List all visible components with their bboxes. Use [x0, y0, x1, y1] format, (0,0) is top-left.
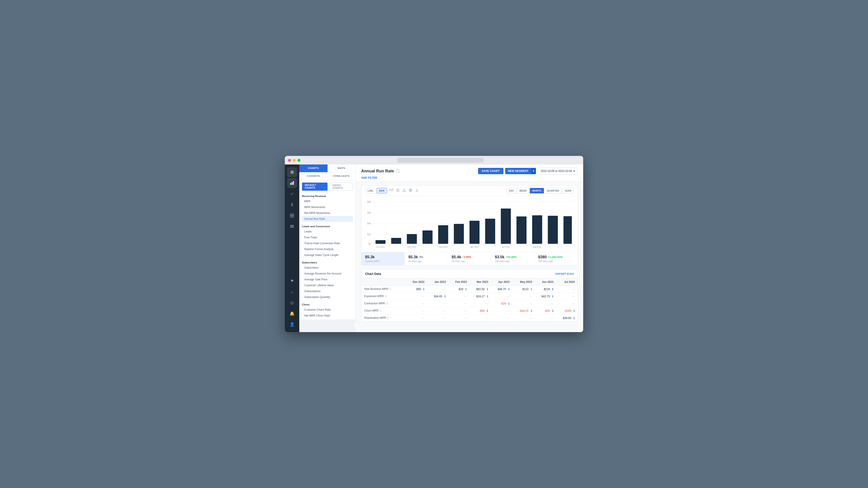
line-chart-button[interactable]: LINE: [365, 188, 376, 193]
nav-item-net-mrr-movements[interactable]: Net MRR Movements: [302, 210, 353, 216]
close-button[interactable]: [288, 159, 291, 162]
nav-icon-user[interactable]: 👤: [287, 320, 297, 329]
header-actions: SAVE CHART NEW SEGMENT ▾ 2022-10-05 to 2…: [478, 168, 578, 174]
svg-rect-38: [407, 234, 417, 244]
nav-item-sales-cycle[interactable]: Average Sales Cycle Length: [302, 252, 353, 258]
stat-180d-label: 180 days ago: [495, 260, 530, 263]
stat-365d: $380 +1,282.03% 365 days ago: [535, 252, 578, 265]
tool-icon-1[interactable]: [390, 188, 393, 193]
nav-item-free-trials[interactable]: Free Trials: [302, 234, 353, 240]
nav-item-ltv[interactable]: Customer Lifetime Value: [302, 283, 353, 288]
chart-data-section: Chart Data EXPORT (CSV) Dec 2022 Jan 202…: [361, 269, 578, 322]
table-row: Expansion MRR ⓘ — $34.65 1 — $24.17 1 — …: [362, 293, 578, 300]
tab-cohorts[interactable]: COHORTS: [299, 172, 328, 180]
table-row: Contraction MRR ⓘ — — — — -$29 1 — — —: [362, 300, 578, 307]
cell: $48.75 1: [491, 286, 513, 293]
metric-reactivation: Reactivation MRR ⓘ: [362, 315, 406, 322]
table-row: Reactivation MRR ⓘ — — — — — — — $39.60 …: [362, 315, 578, 322]
svg-point-21: [410, 190, 411, 191]
nav-item-arpa[interactable]: Average Revenue Per Account: [302, 271, 353, 276]
svg-rect-7: [290, 225, 294, 226]
col-jun23: Jun 2023: [535, 279, 556, 286]
nav-item-pipeline[interactable]: Pipeline Funnel Analysis: [302, 246, 353, 252]
nav-item-leads[interactable]: Leads: [302, 229, 353, 234]
tool-icon-circle[interactable]: [396, 188, 400, 193]
nav-item-asp[interactable]: Average Sale Price: [302, 276, 353, 283]
save-chart-button[interactable]: SAVE CHART: [478, 168, 503, 174]
titlebar-center: [301, 158, 580, 163]
chart-container: LINE BAR: [356, 182, 583, 332]
new-segment-button[interactable]: NEW SEGMENT: [505, 168, 531, 174]
minimize-button[interactable]: [293, 159, 296, 162]
nav-icon-dollar[interactable]: $: [287, 200, 297, 210]
stat-current-value: $5.3k: [365, 255, 401, 259]
nav-item-mrr-movements[interactable]: MRR Movements: [302, 204, 353, 210]
cell: $39.60 1: [556, 315, 578, 322]
tool-icon-target[interactable]: [409, 188, 412, 193]
nav-icon-flag[interactable]: ⚑: [287, 276, 297, 286]
nav-icon-stack[interactable]: [287, 221, 297, 231]
tab-forecasts[interactable]: FORECASTS: [328, 172, 356, 180]
help-icon[interactable]: ?: [396, 169, 400, 173]
cell: —: [491, 315, 513, 322]
day-button[interactable]: DAY: [506, 188, 517, 193]
export-csv-button[interactable]: EXPORT (CSV): [555, 272, 574, 275]
stat-60d-value: $5.4k -3.05%: [452, 255, 487, 259]
tab-charts[interactable]: CHARTS: [299, 164, 328, 172]
stat-30d-label: 30 days ago: [408, 260, 444, 263]
cell: $24.17 1: [469, 293, 491, 300]
stat-30d: $5.3k 0% 30 days ago: [405, 252, 448, 265]
svg-rect-40: [438, 225, 448, 244]
svg-rect-2: [293, 181, 294, 185]
svg-rect-6: [292, 216, 294, 217]
table-scroll-wrapper: Dec 2022 Jan 2023 Feb 2023 Mar 2023 Apr …: [362, 279, 578, 322]
nav-item-subscribers[interactable]: Subscribers: [302, 265, 353, 271]
nav-item-trial-paid[interactable]: Trial-to-Paid Conversion Rate: [302, 240, 353, 246]
cell: —: [556, 293, 578, 300]
nav-icon-bell[interactable]: 🔔: [287, 308, 297, 319]
tab-saved-charts[interactable]: SAVED CHARTS: [329, 183, 353, 191]
year-button[interactable]: YEAR: [562, 188, 574, 193]
new-segment-dropdown[interactable]: ▾: [531, 168, 536, 174]
cell: —: [448, 293, 469, 300]
date-caret-icon: ▾: [574, 169, 575, 173]
nav-item-mrr[interactable]: MRR: [302, 198, 353, 204]
nav-icon-search[interactable]: ⌕: [287, 287, 297, 297]
cell: —: [406, 315, 427, 322]
download-icon[interactable]: [415, 188, 418, 193]
nav-icon-chart[interactable]: [287, 178, 297, 188]
nav-icon-check[interactable]: ✓: [287, 189, 297, 199]
tool-icon-shape[interactable]: [402, 188, 406, 193]
maximize-button[interactable]: [298, 159, 301, 162]
bar-chart-button[interactable]: BAR: [377, 188, 387, 193]
date-range-button[interactable]: 2022-10-05 to 2023-10-04 ▾: [538, 168, 578, 174]
week-button[interactable]: WEEK: [517, 188, 529, 193]
svg-text:Apr 2023: Apr 2023: [470, 246, 478, 248]
col-mar23: Mar 2023: [469, 279, 491, 286]
add-filter-link[interactable]: ADD FILTER: [361, 176, 578, 180]
stat-current: $5.3k Current ARR: [362, 252, 405, 265]
nav-item-subscriptions[interactable]: Subscriptions: [302, 288, 353, 294]
cell: $82.50 1: [469, 286, 491, 293]
nav-item-net-mrr-churn[interactable]: Net MRR Churn Rate: [302, 313, 353, 319]
tab-maps[interactable]: MAPS: [328, 164, 356, 172]
nav-icon-target[interactable]: ◎: [287, 298, 297, 308]
chart-data-header: Chart Data EXPORT (CSV): [362, 269, 578, 279]
cell: —: [556, 300, 578, 307]
cell: —: [427, 307, 449, 315]
nav-icon-grid[interactable]: ⊞: [287, 167, 297, 177]
quarter-button[interactable]: QUARTER: [544, 188, 561, 193]
cell: $218 2: [535, 286, 556, 293]
cell: $29 1: [448, 286, 469, 293]
address-bar[interactable]: [397, 158, 483, 163]
tab-default-charts[interactable]: DEFAULT CHARTS: [302, 183, 328, 191]
svg-rect-45: [517, 217, 526, 244]
month-button[interactable]: MONTH: [530, 188, 544, 193]
nav-item-sub-quantity[interactable]: Subscription Quantity: [302, 294, 353, 300]
nav-icon-layout[interactable]: [287, 210, 297, 221]
collapse-nav-button[interactable]: ‹: [353, 323, 359, 328]
nav-item-customer-churn[interactable]: Customer Churn Rate: [302, 307, 353, 313]
svg-text:$8k: $8k: [367, 200, 371, 203]
nav-item-annual-run-rate[interactable]: Annual Run Rate: [302, 216, 353, 222]
stat-60d-label: 60 days ago: [452, 260, 487, 263]
